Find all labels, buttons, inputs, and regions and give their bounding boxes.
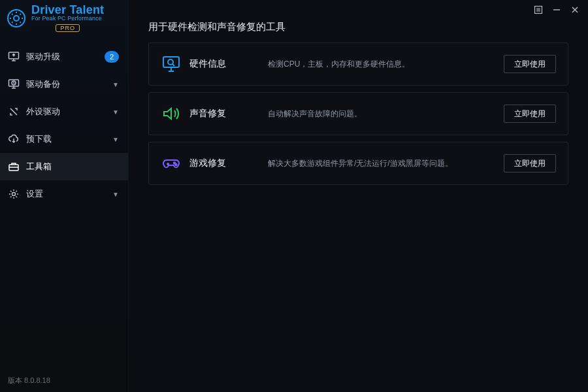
tools-list: 硬件信息 检测CPU，主板，内存和更多硬件信息。 立即使用 声音修复 自动解决声… (129, 42, 588, 185)
game-controller-icon (161, 153, 182, 174)
toolbox-icon (8, 161, 20, 172)
tool-name: 声音修复 (189, 108, 268, 120)
close-button[interactable] (567, 2, 583, 18)
main-pane: 用于硬件检测和声音修复的工具 硬件信息 检测CPU，主板，内存和更多硬件信息。 … (129, 0, 588, 392)
sidebar-item-toolbox[interactable]: 工具箱 (0, 153, 128, 180)
chevron-down-icon: ▼ (112, 191, 119, 198)
tool-desc: 解决大多数游戏组件异常/无法运行/游戏黑屏等问题。 (268, 158, 491, 169)
tool-desc: 检测CPU，主板，内存和更多硬件信息。 (268, 59, 491, 70)
sidebar-item-label: 外设驱动 (26, 106, 60, 118)
app-logo: Driver Talent For Peak PC Performance PR… (0, 0, 128, 38)
sound-fix-icon (161, 103, 182, 124)
use-now-button[interactable]: 立即使用 (504, 55, 556, 73)
minimize-button[interactable] (549, 2, 564, 18)
use-now-button[interactable]: 立即使用 (504, 154, 556, 172)
clock-backup-icon (8, 78, 20, 90)
tool-desc: 自动解决声音故障的问题。 (268, 108, 491, 120)
update-count-badge: 2 (105, 51, 119, 63)
sidebar-item-driver-backup[interactable]: 驱动备份 ▼ (0, 71, 128, 98)
sidebar-item-peripheral[interactable]: 外设驱动 ▼ (0, 98, 128, 125)
svg-point-11 (175, 164, 176, 165)
sidebar-item-label: 驱动升级 (26, 51, 60, 63)
chevron-down-icon: ▼ (112, 136, 119, 143)
sidebar: Driver Talent For Peak PC Performance PR… (0, 0, 129, 392)
version-footer: 版本 8.0.8.18 (0, 369, 128, 392)
titlebar (129, 0, 588, 20)
sidebar-item-label: 设置 (26, 188, 43, 200)
sidebar-item-label: 工具箱 (26, 161, 52, 172)
svg-point-10 (174, 162, 175, 163)
gear-icon (7, 8, 26, 28)
pro-badge: PRO (56, 24, 80, 32)
svg-point-9 (168, 59, 173, 65)
svg-point-1 (14, 16, 19, 21)
sidebar-nav: 驱动升级 2 驱动备份 ▼ 外设驱动 ▼ (0, 43, 128, 369)
svg-point-6 (12, 193, 16, 196)
version-number: 8.0.8.18 (24, 376, 50, 384)
chevron-down-icon: ▼ (112, 108, 119, 116)
app-window: Driver Talent For Peak PC Performance PR… (0, 0, 588, 392)
tool-card-sound: 声音修复 自动解决声音故障的问题。 立即使用 (148, 92, 568, 135)
sidebar-item-label: 预下载 (26, 133, 52, 145)
sidebar-item-label: 驱动备份 (26, 78, 60, 90)
gear-icon (8, 188, 20, 200)
tool-card-hardware: 硬件信息 检测CPU，主板，内存和更多硬件信息。 立即使用 (148, 42, 568, 86)
version-label: 版本 (8, 376, 22, 384)
monitor-search-icon (161, 54, 182, 74)
cloud-download-icon (8, 133, 20, 145)
tool-name: 硬件信息 (189, 58, 268, 70)
sidebar-item-predownload[interactable]: 预下载 ▼ (0, 125, 128, 153)
sidebar-item-settings[interactable]: 设置 ▼ (0, 180, 128, 208)
svg-rect-8 (163, 57, 179, 67)
tool-name: 游戏修复 (189, 157, 268, 169)
sidebar-item-driver-update[interactable]: 驱动升级 2 (0, 43, 128, 71)
tool-card-game: 游戏修复 解决大多数游戏组件异常/无法运行/游戏黑屏等问题。 立即使用 (148, 142, 568, 185)
use-now-button[interactable]: 立即使用 (504, 105, 556, 123)
app-tagline: For Peak PC Performance (31, 16, 104, 22)
usb-icon (8, 106, 20, 118)
chevron-down-icon: ▼ (112, 81, 119, 88)
monitor-update-icon (8, 51, 20, 63)
menu-button[interactable] (531, 2, 546, 18)
